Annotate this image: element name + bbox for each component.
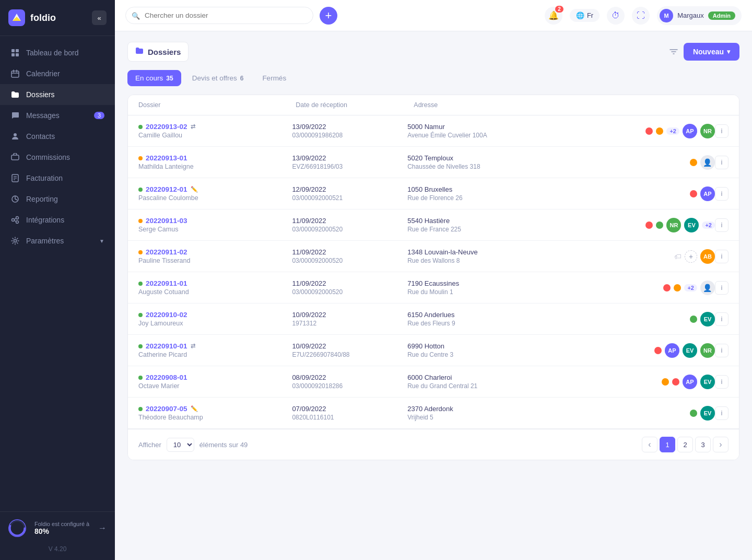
table-row: 20220913-01 Mathilda Lanteigne 13/09/202… bbox=[128, 147, 739, 178]
avatar-chip: AP bbox=[683, 124, 697, 138]
info-button[interactable]: i bbox=[715, 281, 728, 295]
row-actions: NR EV +2 bbox=[561, 218, 715, 232]
tabs: En cours 35 Devis et offres 6 Fermés bbox=[127, 70, 739, 86]
add-tag-button[interactable]: + bbox=[685, 250, 697, 263]
table-row: 20220910-01 ⇄ Catherine Picard 10/09/202… bbox=[128, 335, 739, 366]
tag-empty-icon: 🏷 bbox=[674, 252, 682, 261]
avatar-chip: EV bbox=[700, 312, 715, 326]
sidebar-item-commissions[interactable]: Commissions bbox=[0, 147, 115, 168]
page-3-button[interactable]: 3 bbox=[695, 437, 711, 452]
clock-icon: ⏱ bbox=[612, 11, 620, 20]
tag-dot bbox=[690, 159, 697, 166]
sidebar-item-facturation[interactable]: Facturation bbox=[0, 168, 115, 189]
tag-dot bbox=[690, 410, 697, 417]
language-button[interactable]: 🌐 Fr bbox=[570, 9, 600, 22]
grid-icon bbox=[10, 48, 20, 57]
sidebar-item-label: Commissions bbox=[26, 153, 70, 161]
tab-fermes[interactable]: Fermés bbox=[254, 70, 294, 86]
dossier-cell: 20220913-02 ⇄ Camille Gaillou bbox=[138, 123, 292, 139]
col-date: Date de réception bbox=[296, 101, 414, 109]
table-row: 20220912-01 ✏️ Pascaline Coulombe 12/09/… bbox=[128, 178, 739, 209]
svg-point-11 bbox=[14, 133, 17, 136]
collapse-button[interactable]: « bbox=[92, 10, 107, 25]
fullscreen-button[interactable]: ⛶ bbox=[632, 7, 650, 25]
dossier-cell: 20220910-01 ⇄ Catherine Picard bbox=[138, 342, 292, 358]
filter-button[interactable] bbox=[669, 47, 678, 56]
main-content: 🔍 + 🔔 2 🌐 Fr ⏱ ⛶ M Margaux Admin bbox=[115, 0, 752, 560]
status-dot bbox=[138, 407, 143, 411]
addr-cell: 1050 Bruxelles Rue de Florence 26 bbox=[407, 185, 561, 202]
row-actions: 🏷 + AB bbox=[561, 249, 715, 264]
folder-icon bbox=[10, 90, 20, 99]
page-1-button[interactable]: 1 bbox=[660, 437, 675, 452]
tab-fermes-label: Fermés bbox=[262, 74, 286, 82]
dossier-cell: 20220913-01 Mathilda Lanteigne bbox=[138, 154, 292, 170]
sidebar: foldio « Tableau de bord Calendrier Doss… bbox=[0, 0, 115, 560]
sidebar-item-parametres[interactable]: Paramètres ▼ bbox=[0, 230, 115, 251]
tab-en-cours[interactable]: En cours 35 bbox=[127, 70, 181, 86]
tag-dot bbox=[690, 316, 697, 323]
calendar-icon bbox=[10, 69, 20, 78]
info-button[interactable]: i bbox=[715, 375, 728, 389]
date-cell: 07/09/2022 0820L0116101 bbox=[292, 405, 407, 421]
facturation-icon bbox=[10, 173, 20, 183]
date-cell: 13/09/2022 03/000091986208 bbox=[292, 123, 407, 139]
addr-cell: 5020 Temploux Chaussée de Nivelles 318 bbox=[407, 154, 561, 170]
addr-cell: 5540 Hastière Rue de France 225 bbox=[407, 217, 561, 233]
sidebar-item-contacts[interactable]: Contacts bbox=[0, 126, 115, 147]
tab-devis-label: Devis et offres bbox=[192, 74, 237, 82]
table-row: 20220911-01 Auguste Cotuand 11/09/2022 0… bbox=[128, 272, 739, 304]
avatar-chip: 👤 bbox=[700, 281, 715, 295]
sidebar-item-label: Contacts bbox=[26, 132, 55, 141]
sidebar-item-messages[interactable]: Messages 3 bbox=[0, 105, 115, 126]
avatar-chip: EV bbox=[684, 218, 699, 232]
sidebar-item-label: Dossiers bbox=[26, 90, 54, 99]
avatar-chip: AP bbox=[665, 343, 679, 358]
row-actions: AP bbox=[561, 186, 715, 201]
avatar-chip: EV bbox=[683, 343, 697, 358]
info-button[interactable]: i bbox=[715, 124, 728, 138]
info-button[interactable]: i bbox=[715, 218, 728, 232]
config-bar[interactable]: Foldio est configuré à 80% → bbox=[8, 519, 107, 537]
search-input[interactable] bbox=[125, 7, 313, 24]
sidebar-item-tableau[interactable]: Tableau de bord bbox=[0, 42, 115, 63]
info-button[interactable]: i bbox=[715, 187, 728, 201]
sidebar-item-integrations[interactable]: Intégrations bbox=[0, 209, 115, 230]
prev-page-button[interactable]: ‹ bbox=[642, 437, 657, 452]
status-dot bbox=[138, 125, 143, 129]
search-wrap: 🔍 bbox=[125, 7, 313, 24]
info-button[interactable]: i bbox=[715, 406, 728, 420]
tag-dot bbox=[645, 221, 653, 229]
sidebar-item-reporting[interactable]: Reporting bbox=[0, 189, 115, 209]
sidebar-item-label: Calendrier bbox=[26, 69, 60, 78]
sidebar-item-calendrier[interactable]: Calendrier bbox=[0, 63, 115, 84]
info-button[interactable]: i bbox=[715, 312, 728, 326]
nouveau-button[interactable]: Nouveau ▾ bbox=[684, 43, 739, 61]
table-header: Dossier Date de réception Adresse bbox=[128, 95, 739, 115]
notifications-badge: 2 bbox=[555, 6, 563, 13]
notifications-button[interactable]: 🔔 2 bbox=[545, 7, 562, 25]
clock-button[interactable]: ⏱ bbox=[607, 7, 625, 25]
add-button[interactable]: + bbox=[320, 7, 337, 25]
info-button[interactable]: i bbox=[715, 156, 728, 169]
config-text: Foldio est configuré à bbox=[34, 521, 89, 527]
globe-icon: 🌐 bbox=[576, 11, 584, 19]
info-button[interactable]: i bbox=[715, 344, 728, 357]
row-actions: AP EV bbox=[561, 375, 715, 389]
next-page-button[interactable]: › bbox=[713, 437, 728, 452]
info-button[interactable]: i bbox=[715, 250, 728, 263]
tab-devis[interactable]: Devis et offres 6 bbox=[184, 70, 252, 86]
plus-tag: +2 bbox=[702, 221, 715, 229]
status-dot bbox=[138, 250, 143, 254]
dossiers-icon bbox=[135, 46, 144, 57]
page-2-button[interactable]: 2 bbox=[677, 437, 693, 452]
tag-dot bbox=[662, 378, 669, 386]
per-page-select[interactable]: 10 25 50 bbox=[167, 438, 194, 452]
content-header: Dossiers Nouveau ▾ bbox=[127, 42, 739, 62]
avatar-chip: AP bbox=[683, 375, 697, 389]
row-actions: +2 👤 bbox=[561, 281, 715, 295]
user-button[interactable]: M Margaux Admin bbox=[657, 6, 742, 25]
sidebar-item-dossiers[interactable]: Dossiers bbox=[0, 84, 115, 105]
search-icon: 🔍 bbox=[132, 11, 140, 19]
contact-icon bbox=[10, 132, 20, 141]
